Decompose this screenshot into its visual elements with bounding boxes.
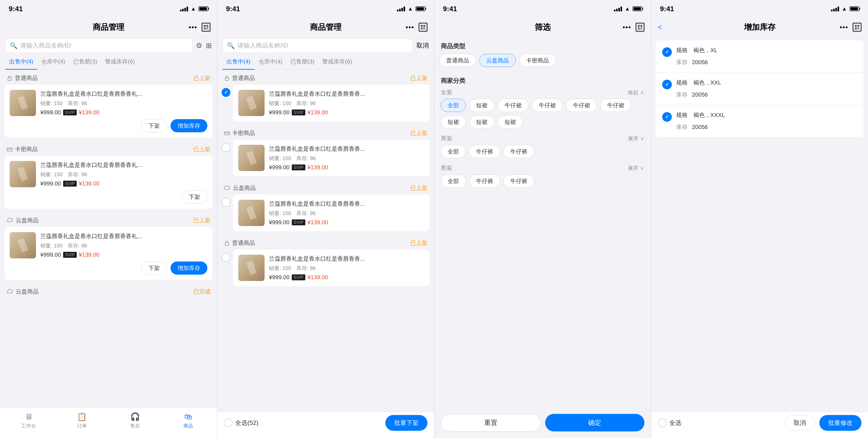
men-tag-all-1[interactable]: 全部 bbox=[441, 145, 466, 158]
inv-select-all-checkbox-4[interactable] bbox=[658, 418, 666, 427]
svg-rect-30 bbox=[855, 28, 857, 29]
men-collapse-btn1-3[interactable]: 展开 ∨ bbox=[628, 135, 644, 142]
men-tag-jeans-3[interactable]: 牛仔裤 bbox=[469, 174, 500, 188]
confirm-btn-3[interactable]: 确定 bbox=[545, 414, 645, 431]
tab-lowstock-2[interactable]: 警戒库存(6) bbox=[318, 54, 356, 70]
scan-icon-1[interactable] bbox=[202, 23, 210, 32]
tab-lowstock[interactable]: 警戒库存(6) bbox=[101, 54, 139, 70]
tab-warehouse-2[interactable]: 仓库中(4) bbox=[254, 54, 286, 70]
inventory-content-4: 规格 褐色，XL 库存 20056 规格 褐色，XXL bbox=[651, 37, 868, 438]
price-original-1: ¥999.00 bbox=[40, 109, 61, 116]
product-stats-s1: 销量: 150 库存: 96 bbox=[269, 100, 424, 107]
search-input-2[interactable]: 🔍 请输入商品名称/ID bbox=[222, 38, 413, 53]
battery-icon-1 bbox=[198, 6, 208, 11]
women-tag-shortskirt-2[interactable]: 短裙 bbox=[441, 115, 466, 129]
inv-spec-label-1: 规格 褐色，XL bbox=[676, 46, 857, 54]
section-type-card-2: 卡密商品 bbox=[224, 129, 255, 137]
checkbox-2[interactable] bbox=[222, 143, 230, 152]
inv-cancel-btn-4[interactable]: 取消 bbox=[785, 415, 815, 431]
more-icon-4[interactable]: ••• bbox=[839, 23, 848, 31]
filter-tag-card[interactable]: 卡密商品 bbox=[519, 54, 556, 67]
checkbox-1[interactable] bbox=[222, 88, 230, 97]
women-collapse-btn-3[interactable]: 收起 ∧ bbox=[628, 89, 644, 96]
price-vip-s1: ¥139.00 bbox=[308, 109, 328, 116]
search-icon-1: 🔍 bbox=[10, 42, 18, 49]
price-badge-2: SVIP bbox=[63, 181, 77, 187]
bottom-nav-1: 🖥 工作台 📋 订单 🎧 售后 🛍 商品 bbox=[0, 407, 217, 438]
svg-rect-12 bbox=[421, 28, 423, 29]
signal-icon-3 bbox=[614, 6, 622, 11]
inv-batch-btn-4[interactable]: 批量修改 bbox=[819, 415, 861, 431]
scan-icon-2[interactable] bbox=[418, 23, 427, 32]
women-tag-jeanskirt-1[interactable]: 牛仔裙 bbox=[498, 99, 528, 112]
search-input-1[interactable]: 🔍 请输入商品名称/ID bbox=[5, 38, 192, 53]
scan-icon-3[interactable] bbox=[636, 23, 644, 32]
women-tag-shortskirt-1[interactable]: 短裙 bbox=[469, 99, 494, 112]
back-btn-4[interactable]: < bbox=[658, 23, 662, 31]
add-stock-btn-1[interactable]: 增加库存 bbox=[170, 119, 207, 132]
delist-btn-2[interactable]: 下架 bbox=[182, 190, 207, 203]
women-tag-shortskirt-4[interactable]: 短裙 bbox=[498, 115, 523, 129]
lock-icon-2 bbox=[224, 75, 230, 81]
page-title-3: 筛选 bbox=[535, 22, 551, 33]
product-img-3 bbox=[10, 232, 36, 259]
batch-delist-btn-2[interactable]: 批量下架 bbox=[385, 415, 427, 431]
tab-warehouse[interactable]: 仓库中(4) bbox=[37, 54, 69, 70]
women-tag-jeanskirt-4[interactable]: 牛仔裙 bbox=[600, 99, 631, 112]
nav-aftersale-1[interactable]: 🎧 售后 bbox=[108, 412, 162, 429]
product-row-s2: 兰蔻唇香礼盒是香水口红是香唇香香... 销量: 150 库存: 96 ¥999.… bbox=[238, 145, 424, 171]
cancel-btn-2[interactable]: 取消 bbox=[416, 41, 429, 50]
nav-workbench-1[interactable]: 🖥 工作台 bbox=[2, 412, 56, 429]
wifi-icon-4: ▲ bbox=[842, 6, 847, 12]
men-tag-jeans-1[interactable]: 牛仔裤 bbox=[469, 145, 500, 158]
tab-onsale-2[interactable]: 出售中(4) bbox=[222, 54, 254, 70]
product-row-3: 兰蔻唇香礼盒是香水口红是香唇香香礼... 销量: 150 库存: 96 ¥999… bbox=[10, 232, 207, 259]
filter-tag-cloud[interactable]: 云盘商品 bbox=[479, 54, 516, 67]
select-all-checkbox-2[interactable] bbox=[224, 418, 232, 427]
section-type-normal-3: 普通商品 bbox=[224, 239, 255, 247]
men-collapse-btn2-3[interactable]: 展开 ∨ bbox=[628, 165, 644, 172]
women-tag-shortskirt-3[interactable]: 短裙 bbox=[469, 115, 494, 129]
svg-rect-8 bbox=[7, 148, 12, 151]
more-icon-3[interactable]: ••• bbox=[622, 23, 631, 31]
svg-rect-23 bbox=[638, 28, 640, 29]
product-info-2: 兰蔻唇香礼盒是香水口红是香唇香香礼... 销量: 150 库存: 96 ¥999… bbox=[40, 161, 207, 187]
inv-check-2[interactable] bbox=[662, 80, 672, 89]
more-icon-1[interactable]: ••• bbox=[188, 23, 197, 31]
checkbox-3[interactable] bbox=[222, 198, 230, 207]
tab-soldout-2[interactable]: 已售罄(3) bbox=[286, 54, 318, 70]
inv-check-3[interactable] bbox=[662, 112, 672, 122]
checkbox-4[interactable] bbox=[222, 253, 230, 262]
status-bar-2: 9:41 ▲ bbox=[217, 0, 434, 18]
status-cloud-2: 已完成 bbox=[193, 288, 210, 296]
section-header-card-2: 卡密商品 已上架 bbox=[217, 125, 434, 139]
reset-btn-3[interactable]: 重置 bbox=[441, 414, 541, 431]
product-row-s1: 兰蔻唇香礼盒是香水口红是香唇香香... 销量: 150 库存: 96 ¥999.… bbox=[238, 90, 424, 116]
men-tag-jeans-2[interactable]: 牛仔裤 bbox=[503, 145, 534, 158]
inv-check-row-1: 规格 褐色，XL 库存 20056 bbox=[662, 46, 857, 66]
page-title-1: 商品管理 bbox=[93, 22, 124, 33]
scan-icon-4[interactable] bbox=[852, 23, 861, 32]
nav-products-1[interactable]: 🛍 商品 bbox=[162, 412, 215, 429]
men-tag-all-2[interactable]: 全部 bbox=[441, 174, 466, 188]
delist-btn-3[interactable]: 下架 bbox=[141, 262, 167, 275]
women-tag-jeanskirt-3[interactable]: 牛仔裙 bbox=[566, 99, 597, 112]
select-all-2[interactable]: 全选(52) bbox=[224, 418, 258, 427]
women-tag-jeanskirt-2[interactable]: 牛仔裙 bbox=[532, 99, 563, 112]
men-tag-jeans-4[interactable]: 牛仔裤 bbox=[503, 174, 534, 188]
inv-check-1[interactable] bbox=[662, 47, 672, 57]
svg-rect-17 bbox=[225, 78, 228, 80]
product-name-s3: 兰蔻唇香礼盒是香水口红是香唇香香... bbox=[269, 200, 424, 208]
nav-orders-1[interactable]: 📋 订单 bbox=[56, 412, 109, 429]
header-actions-3: ••• bbox=[622, 23, 644, 32]
filter2-icon-1[interactable]: ⊞ bbox=[206, 41, 212, 50]
tab-onsale[interactable]: 出售中(4) bbox=[5, 54, 37, 70]
add-stock-btn-3[interactable]: 增加库存 bbox=[170, 262, 207, 275]
filter-icon-1[interactable]: ⚙ bbox=[196, 41, 202, 50]
section-type-card-1: 卡密商品 bbox=[7, 145, 38, 153]
women-tag-all[interactable]: 全部 bbox=[441, 99, 466, 112]
tab-soldout[interactable]: 已售罄(3) bbox=[69, 54, 101, 70]
more-icon-2[interactable]: ••• bbox=[405, 23, 414, 31]
filter-tag-normal[interactable]: 普通商品 bbox=[439, 54, 476, 67]
delist-btn-1[interactable]: 下架 bbox=[141, 119, 167, 132]
